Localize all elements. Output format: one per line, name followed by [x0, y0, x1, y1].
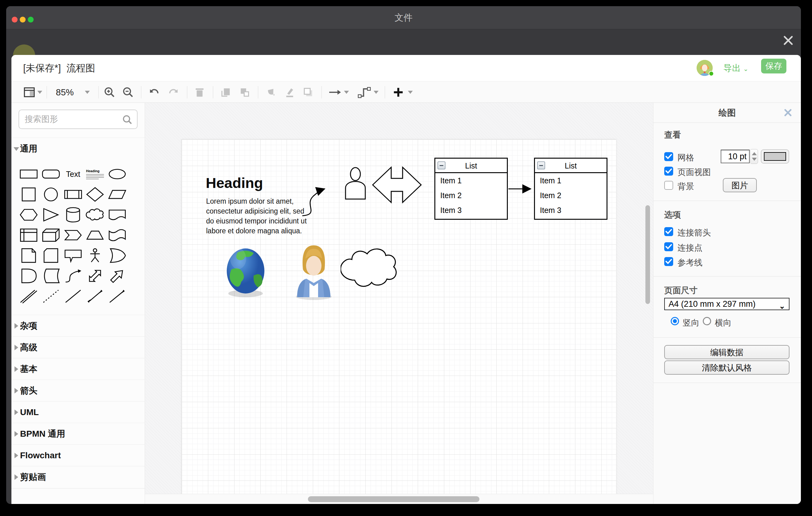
shape-data-storage[interactable]: [40, 266, 62, 285]
shape-rounded-rectangle[interactable]: [40, 165, 62, 183]
view-panels-button[interactable]: [23, 86, 35, 98]
connection-points-checkbox[interactable]: [664, 242, 673, 251]
shape-curve[interactable]: [62, 266, 84, 285]
background-image-button[interactable]: 图片: [723, 178, 757, 192]
sidebar-section-bpmn[interactable]: BPMN 通用: [11, 423, 145, 445]
shape-hexagon[interactable]: [18, 205, 40, 224]
grid-color-swatch[interactable]: [761, 149, 789, 164]
connection-style-caret[interactable]: [344, 86, 349, 98]
waypoint-style-caret[interactable]: [374, 86, 379, 98]
fill-color-icon[interactable]: [265, 86, 277, 98]
insert-caret[interactable]: [408, 86, 413, 98]
shape-and[interactable]: [18, 266, 40, 285]
export-button[interactable]: 导出⌄: [723, 55, 749, 81]
shape-process[interactable]: [62, 185, 84, 204]
delete-icon[interactable]: [194, 86, 205, 98]
guides-checkbox[interactable]: [664, 257, 673, 266]
shape-note[interactable]: [18, 246, 40, 265]
background-checkbox[interactable]: [664, 181, 673, 190]
shape-textbox[interactable]: Heading: [84, 165, 106, 183]
shape-cylinder[interactable]: [62, 205, 84, 224]
shape-internal-storage[interactable]: [18, 226, 40, 245]
shape-link[interactable]: [18, 287, 40, 306]
close-icon[interactable]: [782, 34, 794, 46]
zoom-level[interactable]: 85%: [56, 86, 74, 98]
shape-circle[interactable]: [40, 185, 62, 204]
shape-line[interactable]: [62, 287, 84, 306]
redo-icon[interactable]: [168, 86, 179, 98]
waypoint-style-icon[interactable]: [357, 86, 371, 98]
clear-default-style-button[interactable]: 清除默认风格: [664, 361, 789, 375]
cloud-shape[interactable]: [341, 249, 396, 286]
list-item[interactable]: Item 3: [535, 203, 607, 218]
shape-arrow[interactable]: [106, 266, 128, 285]
list-item[interactable]: Item 1: [435, 173, 507, 188]
sidebar-section-advanced[interactable]: 高级: [11, 336, 145, 358]
portrait-radio[interactable]: [671, 317, 679, 325]
to-back-icon[interactable]: [239, 86, 251, 98]
actor-shape[interactable]: [346, 168, 365, 199]
list-shape-1[interactable]: List Item 1 Item 2 Item 3: [434, 158, 508, 220]
shape-rectangle[interactable]: [18, 165, 40, 183]
save-button[interactable]: 保存: [761, 59, 786, 74]
grid-checkbox[interactable]: [664, 152, 673, 161]
shape-document[interactable]: [106, 205, 128, 224]
page-view-checkbox[interactable]: [664, 167, 673, 176]
sidebar-section-flowchart[interactable]: Flowchart: [11, 445, 145, 466]
sidebar-section-misc[interactable]: 杂项: [11, 315, 145, 336]
zoom-level-caret[interactable]: [85, 86, 90, 98]
zoom-in-icon[interactable]: [104, 86, 115, 98]
shadow-icon[interactable]: [302, 86, 314, 98]
globe-clipart[interactable]: [227, 248, 264, 297]
section-general[interactable]: 通用: [11, 138, 145, 159]
shape-diamond[interactable]: [84, 185, 106, 204]
woman-clipart[interactable]: [296, 245, 332, 300]
grid-size-stepper[interactable]: [750, 149, 758, 164]
sidebar-section-uml[interactable]: UML: [11, 401, 145, 423]
collapse-icon[interactable]: [437, 162, 445, 169]
sidebar-section-basic[interactable]: 基本: [11, 358, 145, 380]
view-panels-caret[interactable]: [37, 86, 42, 98]
shape-trapezoid[interactable]: [84, 226, 106, 245]
shape-ellipse[interactable]: [106, 165, 128, 183]
shape-or[interactable]: [106, 246, 128, 265]
shape-step[interactable]: [62, 226, 84, 245]
shape-callout[interactable]: [62, 246, 84, 265]
sidebar-section-clipart[interactable]: 剪贴画: [11, 466, 145, 488]
shape-cube[interactable]: [40, 226, 62, 245]
shape-text[interactable]: Text: [62, 165, 84, 183]
vertical-scrollbar[interactable]: [645, 205, 650, 304]
list-item[interactable]: Item 2: [535, 188, 607, 203]
horizontal-scrollbar-track[interactable]: [145, 494, 653, 504]
shape-directional-connector[interactable]: [106, 287, 128, 306]
panel-close-icon[interactable]: [783, 108, 793, 118]
shape-tape[interactable]: [106, 226, 128, 245]
landscape-radio[interactable]: [703, 317, 711, 325]
curve-connector[interactable]: [302, 189, 324, 216]
shape-card[interactable]: [40, 246, 62, 265]
zoom-out-icon[interactable]: [122, 86, 134, 98]
to-front-icon[interactable]: [220, 86, 232, 98]
list-item[interactable]: Item 1: [535, 173, 607, 188]
line-color-icon[interactable]: [284, 86, 295, 98]
shape-dashed-line[interactable]: [40, 287, 62, 306]
shape-bidirectional-arrow[interactable]: [84, 266, 106, 285]
list-item[interactable]: Item 2: [435, 188, 507, 203]
collapse-icon[interactable]: [537, 162, 545, 169]
page-size-select[interactable]: A4 (210 mm x 297 mm) ⌄: [664, 298, 789, 310]
shape-triangle[interactable]: [40, 205, 62, 224]
shape-square[interactable]: [18, 185, 40, 204]
insert-icon[interactable]: [393, 86, 404, 98]
connection-style-icon[interactable]: [328, 86, 342, 98]
double-arrow-shape[interactable]: [373, 167, 421, 202]
drawing-canvas[interactable]: Heading Lorem ipsum dolor sit amet, cons…: [145, 103, 653, 504]
list-shape-2[interactable]: List Item 1 Item 2 Item 3: [534, 158, 607, 220]
horizontal-scrollbar-thumb[interactable]: [308, 496, 480, 502]
shape-cloud[interactable]: [84, 205, 106, 224]
edit-data-button[interactable]: 编辑数据: [664, 345, 789, 359]
undo-icon[interactable]: [148, 86, 160, 98]
shape-parallelogram[interactable]: [106, 185, 128, 204]
shape-bidirectional-connector[interactable]: [84, 287, 106, 306]
grid-size-input[interactable]: [721, 150, 750, 163]
shape-search[interactable]: [19, 110, 138, 129]
